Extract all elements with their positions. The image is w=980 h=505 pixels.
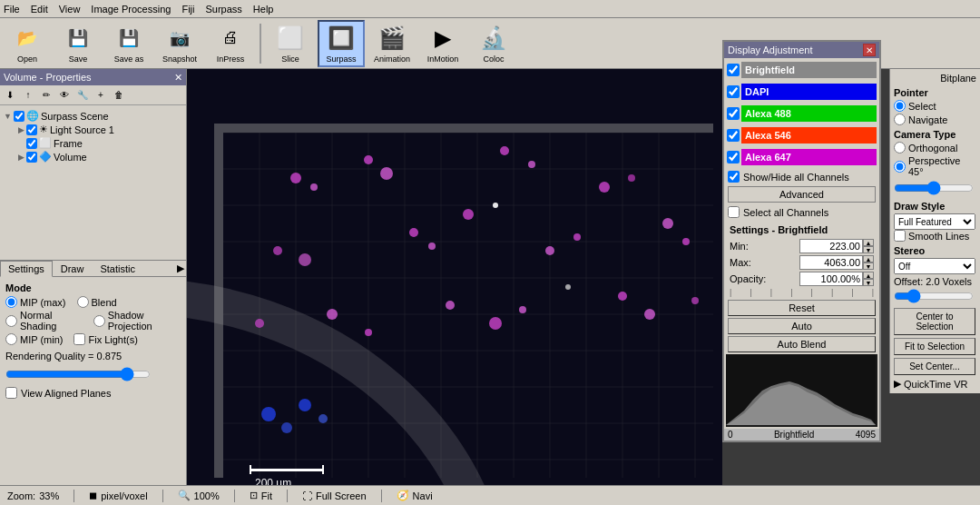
auto-button[interactable]: Auto <box>728 318 876 334</box>
channel-alexa546-check[interactable] <box>727 129 740 142</box>
panel-tool-3[interactable]: ✏ <box>38 87 54 104</box>
blend-radio[interactable] <box>77 296 89 308</box>
auto-blend-button[interactable]: Auto Blend <box>728 336 876 352</box>
inmotion-label: InMotion <box>427 54 459 64</box>
volume-icon: 🔷 <box>39 151 52 163</box>
tab-expand-icon[interactable]: ▶ <box>175 261 186 276</box>
channel-alexa488-check[interactable] <box>727 107 740 120</box>
panel-close-icon[interactable]: ✕ <box>174 72 182 84</box>
menu-help[interactable]: Help <box>253 4 274 15</box>
set-center-button[interactable]: Set Center... <box>894 358 975 375</box>
main-canvas[interactable]: 200 µm <box>187 69 722 505</box>
channel-dapi-check[interactable] <box>727 85 740 98</box>
tree-item-light-arrow: ▶ <box>18 125 24 134</box>
shadow-radio[interactable] <box>93 315 105 327</box>
view-aligned-check[interactable] <box>5 387 17 399</box>
min-spin-down[interactable]: ▼ <box>863 246 874 253</box>
tab-statistic[interactable]: Statistic <box>92 261 143 276</box>
scene-root-check[interactable] <box>14 111 24 122</box>
coloc-button[interactable]: 🔬 Coloc <box>470 20 517 67</box>
mip-max-radio[interactable] <box>5 296 17 308</box>
surpass-button[interactable]: 🔲 Surpass <box>318 20 365 67</box>
channel-alexa647-check[interactable] <box>727 151 740 163</box>
fit-label: Fit <box>261 490 272 501</box>
svg-point-57 <box>493 203 498 208</box>
perspective-row: Perspective 45° <box>894 155 976 177</box>
reset-button[interactable]: Reset <box>728 300 876 316</box>
select-all-check[interactable] <box>728 206 740 218</box>
navigate-radio[interactable] <box>894 114 906 125</box>
perspective-radio[interactable] <box>894 161 906 173</box>
opacity-spin-up[interactable]: ▲ <box>863 272 874 279</box>
snapshot-button[interactable]: 📷 Snapshot <box>156 20 203 67</box>
inpress-button[interactable]: 🖨 InPress <box>207 20 254 67</box>
panel-tool-6[interactable]: + <box>93 87 109 104</box>
fit-item[interactable]: ⊡ Fit <box>250 490 272 501</box>
show-hide-check[interactable] <box>728 171 740 183</box>
smooth-lines-check[interactable] <box>894 230 906 242</box>
menu-file[interactable]: File <box>4 4 20 15</box>
save-as-button[interactable]: 💾 Save as <box>105 20 152 67</box>
max-input[interactable]: 4063.00 <box>799 255 863 270</box>
tab-settings[interactable]: Settings <box>0 261 53 277</box>
tree-item-light-check[interactable] <box>26 124 37 135</box>
menu-edit[interactable]: Edit <box>31 4 48 15</box>
tree-item-frame-check[interactable] <box>26 138 37 149</box>
navi-item[interactable]: 🧭 Navi <box>397 490 433 501</box>
hist-min: 0 <box>728 430 733 440</box>
orthogonal-radio[interactable] <box>894 142 906 153</box>
normal-shading-radio[interactable] <box>5 315 17 327</box>
advanced-button[interactable]: Advanced <box>728 186 876 203</box>
tree-item-volume-check[interactable] <box>26 152 37 163</box>
tab-draw[interactable]: Draw <box>53 261 93 276</box>
rendering-quality-slider[interactable] <box>5 367 151 381</box>
pixel-voxel-item: ◼ pixel/voxel <box>89 490 147 501</box>
channel-alexa488-color[interactable]: Alexa 488 <box>741 105 877 122</box>
fix-lights-check[interactable] <box>74 333 85 345</box>
tree-item-frame[interactable]: ▶ ⬜ Frame <box>18 136 182 150</box>
inmotion-button[interactable]: ▶ InMotion <box>419 20 466 67</box>
menu-fiji[interactable]: Fiji <box>181 4 194 15</box>
tree-item-volume[interactable]: ▶ 🔷 Volume <box>18 150 182 163</box>
menu-view[interactable]: View <box>59 4 81 15</box>
snapshot-label: Snapshot <box>162 54 197 64</box>
min-input[interactable]: 223.00 <box>799 239 863 253</box>
smooth-lines-label: Smooth Lines <box>908 231 969 242</box>
panel-tool-7[interactable]: 🗑 <box>111 87 127 104</box>
slice-button[interactable]: ⬜ Slice <box>267 20 314 67</box>
select-radio[interactable] <box>894 100 906 112</box>
fullscreen-item[interactable]: ⛶ Full Screen <box>302 490 367 501</box>
scene-root[interactable]: ▼ 🌐 Surpass Scene <box>4 109 182 123</box>
select-all-label: Select all Channels <box>743 207 828 218</box>
panel-tool-1[interactable]: ⬇ <box>2 87 18 104</box>
animation-button[interactable]: 🎬 Animation <box>368 20 416 67</box>
mip-min-radio[interactable] <box>5 333 17 345</box>
opacity-spin-down[interactable]: ▼ <box>863 279 874 286</box>
stereo-select[interactable]: Off Anaglyph Side-by-Side <box>894 258 975 274</box>
channel-brightfield-color[interactable]: Brightfield <box>741 62 877 78</box>
channel-brightfield-check[interactable] <box>727 64 740 76</box>
channel-alexa647-color[interactable]: Alexa 647 <box>741 149 877 165</box>
display-panel-close-button[interactable]: ✕ <box>863 44 876 56</box>
channel-alexa546-color[interactable]: Alexa 546 <box>741 127 877 144</box>
max-spin-down[interactable]: ▼ <box>863 262 874 270</box>
status-sep-2 <box>162 490 163 502</box>
open-button[interactable]: 📂 Open <box>4 20 51 67</box>
draw-style-select[interactable]: Full Featured Outline Wireframe <box>894 213 975 230</box>
svg-point-44 <box>255 319 264 328</box>
max-spin-up[interactable]: ▲ <box>863 255 874 262</box>
fit-to-selection-button[interactable]: Fit to Selection <box>894 338 975 355</box>
panel-tool-2[interactable]: ↑ <box>20 87 36 104</box>
min-spin-up[interactable]: ▲ <box>863 239 874 246</box>
offset-slider[interactable] <box>894 289 974 303</box>
perspective-slider[interactable] <box>894 181 974 195</box>
save-button[interactable]: 💾 Save <box>54 20 102 67</box>
tree-item-light[interactable]: ▶ ☀ Light Source 1 <box>18 123 182 136</box>
channel-dapi-color[interactable]: DAPI <box>741 84 877 100</box>
menu-image-processing[interactable]: Image Processing <box>91 4 171 15</box>
center-to-selection-button[interactable]: Center to Selection <box>894 308 975 335</box>
panel-tool-4[interactable]: 👁 <box>56 87 73 104</box>
panel-tool-5[interactable]: 🔧 <box>74 87 91 104</box>
opacity-input[interactable]: 100.00% <box>799 272 863 286</box>
menu-surpass[interactable]: Surpass <box>205 4 241 15</box>
